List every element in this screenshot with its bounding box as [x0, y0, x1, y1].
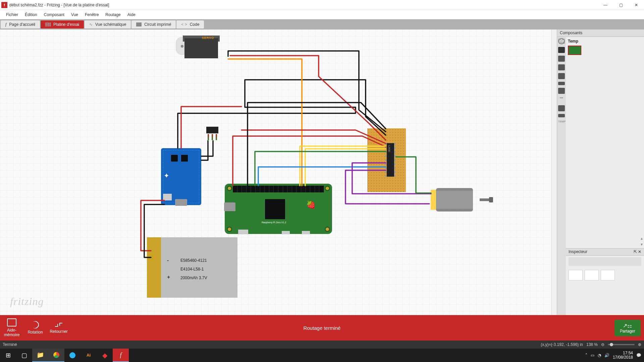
bin-scroll-down[interactable]: ▾ — [641, 242, 643, 248]
taskbar-chrome[interactable] — [48, 349, 64, 362]
tray-clock[interactable]: 17:54 17/08/2018 — [613, 351, 633, 360]
tab-home-label: Page d'accueil — [9, 22, 35, 27]
tab-code-label: Code — [190, 22, 200, 27]
minimize-button[interactable]: — — [598, 0, 613, 10]
component-raspberry-pi[interactable]: 🍓 Raspberry Pi Zero V1.2 — [225, 184, 332, 234]
tab-home[interactable]: fPage d'accueil — [1, 20, 40, 28]
bin-tab-core[interactable] — [558, 47, 565, 53]
bin-scroll-up[interactable]: ▴ — [641, 236, 643, 242]
status-coords: (x,y)=(-3.192, -1.596) in — [541, 342, 583, 347]
tool-rotation-label: Rotation — [23, 330, 47, 335]
bin-tab-4[interactable] — [558, 73, 565, 79]
start-button[interactable]: ⊞ — [0, 349, 16, 362]
fritzing-watermark: fritzing — [10, 295, 44, 308]
tray-battery-icon[interactable]: ▭ — [591, 353, 594, 358]
tab-pcb-label: Circuit imprimé — [144, 22, 171, 27]
taskview-button[interactable]: ▢ — [16, 349, 32, 362]
tab-schematic[interactable]: ∿Vue schématique — [85, 20, 131, 28]
pi-label: Raspberry Pi Zero V1.2 — [262, 221, 286, 224]
battery-minus: - — [167, 257, 169, 263]
taskbar-explorer[interactable]: 📁 — [32, 349, 48, 362]
menu-edit[interactable]: Édition — [21, 11, 41, 18]
ic-label: L293D — [388, 145, 390, 152]
breadboard-canvas[interactable]: SERVO ✦ 🍓 Raspberry Pi Zero V1.2 L293D — [0, 29, 551, 315]
bin-tab-contrib[interactable]: CON TRIB — [558, 38, 565, 44]
part-thumbnail-pi[interactable] — [568, 46, 581, 55]
battery-text: E585460-4121 E4104-L58-1 2000mAh 3.7V — [180, 256, 207, 282]
share-icon: ↗⚏ — [620, 322, 635, 329]
bin-tab-6[interactable] — [558, 88, 565, 94]
pcb-icon — [136, 22, 142, 26]
share-button[interactable]: ↗⚏ Partager — [614, 320, 641, 336]
inspector-swatch-3[interactable] — [601, 270, 615, 281]
tool-retourner[interactable]: Retourner — [47, 322, 70, 334]
component-perfboard[interactable]: L293D — [367, 128, 406, 192]
menu-bar: Fichier Édition Composant Vue Fenêtre Ro… — [0, 10, 644, 19]
tray-wifi-icon[interactable]: ◔ — [598, 353, 601, 358]
menu-window[interactable]: Fenêtre — [82, 11, 102, 18]
bin-tab-2[interactable] — [558, 56, 565, 62]
taskbar-app-blue[interactable] — [64, 349, 80, 362]
bottom-toolbar: Aide-mémoire Rotation Retourner Routage … — [0, 315, 644, 341]
bin-tab-more[interactable]: ••• — [558, 97, 565, 103]
windows-taskbar: ⊞ ▢ 📁 Ai ◆ f ˄ ▭ ◔ 🔊 17:54 17/08/2018 💬 — [0, 349, 644, 362]
home-icon: f — [5, 22, 6, 27]
status-bar: Terminé (x,y)=(-3.192, -1.596) in 138 % … — [0, 341, 644, 349]
bin-tab-3[interactable] — [558, 64, 565, 70]
zoom-out-button[interactable]: ⊖ — [601, 342, 604, 347]
share-label: Partager — [620, 329, 635, 334]
tool-rotation[interactable]: Rotation — [23, 321, 47, 335]
tray-chevron-up-icon[interactable]: ˄ — [585, 353, 587, 358]
status-left: Terminé — [3, 342, 17, 347]
taskbar-sketchup[interactable]: ◆ — [97, 349, 113, 362]
zoom-in-button[interactable]: ⊕ — [638, 342, 641, 347]
tool-aide-memoire[interactable]: Aide-mémoire — [0, 318, 23, 337]
zoom-slider[interactable] — [608, 344, 635, 345]
bin-tab-temp[interactable]: TEMP — [558, 120, 565, 126]
tab-code[interactable]: < >Code — [176, 20, 204, 28]
taskbar-fritzing[interactable]: f — [113, 349, 129, 362]
tab-breadboard[interactable]: Platine d'essai — [41, 20, 84, 28]
tab-pcb[interactable]: Circuit imprimé — [131, 20, 176, 28]
inspector-swatch-2[interactable] — [585, 270, 599, 281]
canvas-vertical-scrollbar[interactable] — [551, 29, 557, 315]
flip-icon — [54, 322, 63, 328]
tray-date: 17/08/2018 — [613, 355, 633, 360]
component-lipo-battery[interactable]: - + E585460-4121 E4104-L58-1 2000mAh 3.7… — [147, 237, 237, 298]
battery-line2: E4104-L58-1 — [180, 265, 207, 274]
component-dc-motor[interactable] — [429, 186, 483, 213]
bin-tab-7[interactable] — [558, 105, 565, 111]
parts-bin-tabs: CON TRIB ••• TEMP — [557, 37, 566, 315]
maximize-button[interactable]: ▢ — [613, 0, 629, 10]
inspector-title: Inspecteur ⇱ ✕ — [566, 248, 644, 256]
taskbar-illustrator[interactable]: Ai — [80, 349, 97, 362]
inspector-swatch-1[interactable] — [569, 270, 583, 281]
menu-component[interactable]: Composant — [41, 11, 68, 18]
menu-help[interactable]: Aide — [124, 11, 139, 18]
battery-line1: E585460-4121 — [180, 256, 207, 265]
right-dock: Composants CON TRIB ••• TEMP Temp — [557, 29, 644, 315]
tab-schematic-label: Vue schématique — [95, 22, 126, 27]
main-area: SERVO ✦ 🍓 Raspberry Pi Zero V1.2 L293D — [0, 29, 644, 315]
inspector-name-field[interactable] — [569, 257, 641, 266]
parts-bin: Temp — [566, 37, 644, 236]
menu-routing[interactable]: Routage — [102, 11, 124, 18]
inspector-undock-icon[interactable]: ⇱ ✕ — [634, 249, 641, 254]
schematic-icon: ∿ — [89, 22, 93, 27]
window-title: début schéma2.fzz - Fritzing - [Vue de l… — [9, 3, 598, 7]
menu-file[interactable]: Fichier — [3, 11, 21, 18]
system-tray: ˄ ▭ ◔ 🔊 17:54 17/08/2018 💬 — [585, 351, 644, 360]
bin-tab-8[interactable] — [558, 114, 565, 117]
menu-view[interactable]: Vue — [68, 11, 82, 18]
code-icon: < > — [181, 22, 187, 27]
close-button[interactable]: ✕ — [629, 0, 644, 10]
component-servo[interactable]: SERVO — [184, 32, 228, 58]
component-switch[interactable] — [206, 127, 218, 141]
component-powerboost[interactable]: ✦ — [161, 148, 201, 205]
wires-overlay — [0, 29, 550, 315]
tray-notifications-icon[interactable]: 💬 — [636, 353, 641, 358]
battery-line3: 2000mAh 3.7V — [180, 274, 207, 282]
bin-tab-5[interactable] — [558, 82, 565, 85]
rotate-icon — [30, 319, 40, 330]
tray-volume-icon[interactable]: 🔊 — [604, 353, 609, 358]
